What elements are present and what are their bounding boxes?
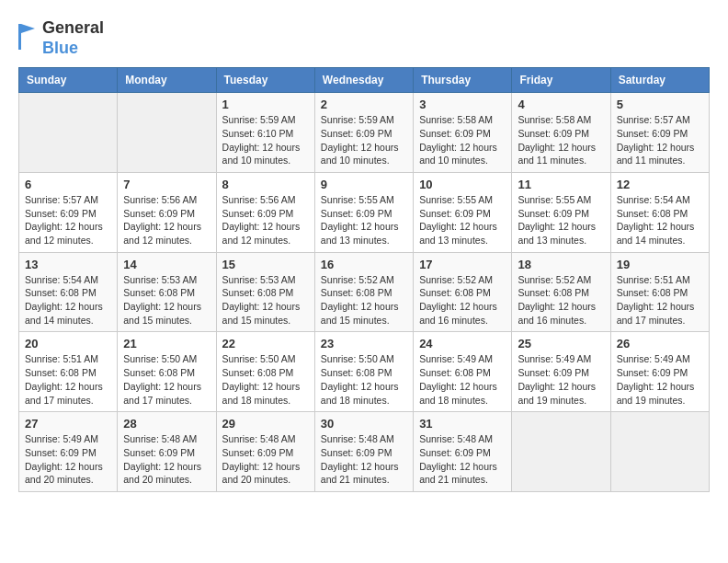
week-row-5: 27Sunrise: 5:49 AM Sunset: 6:09 PM Dayli… [19, 412, 710, 492]
calendar-cell: 17Sunrise: 5:52 AM Sunset: 6:08 PM Dayli… [414, 252, 512, 332]
calendar-cell: 7Sunrise: 5:56 AM Sunset: 6:09 PM Daylig… [118, 172, 216, 252]
day-info: Sunrise: 5:56 AM Sunset: 6:09 PM Dayligh… [222, 193, 309, 247]
day-info: Sunrise: 5:49 AM Sunset: 6:09 PM Dayligh… [518, 352, 604, 407]
day-number: 9 [321, 178, 407, 191]
weekday-header-friday: Friday [512, 68, 610, 93]
calendar-cell: 19Sunrise: 5:51 AM Sunset: 6:08 PM Dayli… [610, 252, 709, 332]
day-number: 24 [419, 337, 506, 350]
day-info: Sunrise: 5:49 AM Sunset: 6:09 PM Dayligh… [617, 352, 703, 407]
day-number: 26 [617, 337, 703, 350]
calendar-cell: 13Sunrise: 5:54 AM Sunset: 6:08 PM Dayli… [19, 252, 118, 332]
day-info: Sunrise: 5:52 AM Sunset: 6:08 PM Dayligh… [419, 273, 506, 327]
day-number: 28 [123, 417, 210, 431]
calendar-cell: 6Sunrise: 5:57 AM Sunset: 6:09 PM Daylig… [19, 172, 118, 252]
calendar-cell: 27Sunrise: 5:49 AM Sunset: 6:09 PM Dayli… [19, 412, 118, 492]
day-number: 12 [617, 178, 703, 191]
day-number: 13 [25, 258, 111, 271]
day-number: 4 [518, 98, 604, 111]
day-info: Sunrise: 5:59 AM Sunset: 6:09 PM Dayligh… [321, 113, 407, 167]
calendar-cell: 25Sunrise: 5:49 AM Sunset: 6:09 PM Dayli… [512, 332, 610, 412]
day-number: 22 [222, 337, 309, 350]
calendar-cell: 2Sunrise: 5:59 AM Sunset: 6:09 PM Daylig… [314, 93, 413, 173]
calendar-cell: 9Sunrise: 5:55 AM Sunset: 6:09 PM Daylig… [314, 172, 413, 252]
day-number: 17 [419, 258, 506, 271]
day-number: 31 [419, 417, 506, 431]
calendar-cell: 15Sunrise: 5:53 AM Sunset: 6:08 PM Dayli… [216, 252, 314, 332]
day-info: Sunrise: 5:59 AM Sunset: 6:10 PM Dayligh… [222, 113, 309, 167]
logo-container: General Blue [18, 18, 104, 58]
weekday-header-tuesday: Tuesday [216, 68, 314, 93]
day-info: Sunrise: 5:50 AM Sunset: 6:08 PM Dayligh… [222, 352, 309, 407]
day-number: 25 [518, 337, 604, 350]
calendar-cell: 11Sunrise: 5:55 AM Sunset: 6:09 PM Dayli… [512, 172, 610, 252]
weekday-header-sunday: Sunday [19, 68, 118, 93]
logo-flag-icon [18, 24, 37, 50]
day-info: Sunrise: 5:50 AM Sunset: 6:08 PM Dayligh… [321, 352, 407, 407]
day-info: Sunrise: 5:53 AM Sunset: 6:08 PM Dayligh… [123, 273, 210, 327]
day-info: Sunrise: 5:51 AM Sunset: 6:08 PM Dayligh… [25, 352, 111, 407]
day-number: 1 [222, 98, 309, 111]
calendar-cell: 28Sunrise: 5:48 AM Sunset: 6:09 PM Dayli… [118, 412, 216, 492]
day-number: 10 [419, 178, 506, 191]
calendar-cell: 16Sunrise: 5:52 AM Sunset: 6:08 PM Dayli… [314, 252, 413, 332]
day-info: Sunrise: 5:51 AM Sunset: 6:08 PM Dayligh… [617, 273, 703, 327]
day-number: 16 [321, 258, 407, 271]
day-number: 27 [25, 417, 111, 431]
logo: General Blue [18, 18, 104, 58]
day-number: 29 [222, 417, 309, 431]
calendar-cell: 21Sunrise: 5:50 AM Sunset: 6:08 PM Dayli… [118, 332, 216, 412]
calendar-cell: 24Sunrise: 5:49 AM Sunset: 6:08 PM Dayli… [414, 332, 512, 412]
weekday-header-thursday: Thursday [414, 68, 512, 93]
day-number: 8 [222, 178, 309, 191]
calendar-cell: 22Sunrise: 5:50 AM Sunset: 6:08 PM Dayli… [216, 332, 314, 412]
day-info: Sunrise: 5:48 AM Sunset: 6:09 PM Dayligh… [419, 432, 506, 487]
day-number: 6 [25, 178, 111, 191]
day-info: Sunrise: 5:48 AM Sunset: 6:09 PM Dayligh… [123, 432, 210, 487]
calendar-cell: 30Sunrise: 5:48 AM Sunset: 6:09 PM Dayli… [314, 412, 413, 492]
day-info: Sunrise: 5:52 AM Sunset: 6:08 PM Dayligh… [518, 273, 604, 327]
calendar-cell: 8Sunrise: 5:56 AM Sunset: 6:09 PM Daylig… [216, 172, 314, 252]
calendar-cell: 20Sunrise: 5:51 AM Sunset: 6:08 PM Dayli… [19, 332, 118, 412]
week-row-2: 6Sunrise: 5:57 AM Sunset: 6:09 PM Daylig… [19, 172, 710, 252]
day-info: Sunrise: 5:50 AM Sunset: 6:08 PM Dayligh… [123, 352, 210, 407]
calendar-cell: 23Sunrise: 5:50 AM Sunset: 6:08 PM Dayli… [314, 332, 413, 412]
week-row-3: 13Sunrise: 5:54 AM Sunset: 6:08 PM Dayli… [19, 252, 710, 332]
day-number: 2 [321, 98, 407, 111]
week-row-4: 20Sunrise: 5:51 AM Sunset: 6:08 PM Dayli… [19, 332, 710, 412]
weekday-header-row: SundayMondayTuesdayWednesdayThursdayFrid… [19, 68, 710, 93]
day-number: 20 [25, 337, 111, 350]
day-info: Sunrise: 5:58 AM Sunset: 6:09 PM Dayligh… [518, 113, 604, 167]
day-info: Sunrise: 5:55 AM Sunset: 6:09 PM Dayligh… [419, 193, 506, 247]
page-header: General Blue [18, 18, 710, 58]
weekday-header-saturday: Saturday [610, 68, 709, 93]
day-info: Sunrise: 5:58 AM Sunset: 6:09 PM Dayligh… [419, 113, 506, 167]
day-number: 3 [419, 98, 506, 111]
calendar-cell: 5Sunrise: 5:57 AM Sunset: 6:09 PM Daylig… [610, 93, 709, 173]
calendar-cell: 29Sunrise: 5:48 AM Sunset: 6:09 PM Dayli… [216, 412, 314, 492]
day-info: Sunrise: 5:55 AM Sunset: 6:09 PM Dayligh… [518, 193, 604, 247]
svg-marker-1 [21, 24, 35, 33]
weekday-header-monday: Monday [118, 68, 216, 93]
svg-rect-0 [18, 24, 21, 50]
logo-general: General [42, 18, 104, 39]
day-number: 21 [123, 337, 210, 350]
day-number: 23 [321, 337, 407, 350]
calendar-cell [512, 412, 610, 492]
day-info: Sunrise: 5:48 AM Sunset: 6:09 PM Dayligh… [222, 432, 309, 487]
day-info: Sunrise: 5:57 AM Sunset: 6:09 PM Dayligh… [25, 193, 111, 247]
calendar-cell: 18Sunrise: 5:52 AM Sunset: 6:08 PM Dayli… [512, 252, 610, 332]
day-info: Sunrise: 5:48 AM Sunset: 6:09 PM Dayligh… [321, 432, 407, 487]
calendar-cell: 4Sunrise: 5:58 AM Sunset: 6:09 PM Daylig… [512, 93, 610, 173]
weekday-header-wednesday: Wednesday [314, 68, 413, 93]
calendar-cell: 26Sunrise: 5:49 AM Sunset: 6:09 PM Dayli… [610, 332, 709, 412]
day-number: 5 [617, 98, 703, 111]
day-number: 11 [518, 178, 604, 191]
calendar-cell: 31Sunrise: 5:48 AM Sunset: 6:09 PM Dayli… [414, 412, 512, 492]
day-info: Sunrise: 5:49 AM Sunset: 6:09 PM Dayligh… [25, 432, 111, 487]
day-info: Sunrise: 5:55 AM Sunset: 6:09 PM Dayligh… [321, 193, 407, 247]
calendar-cell: 10Sunrise: 5:55 AM Sunset: 6:09 PM Dayli… [414, 172, 512, 252]
calendar-cell [118, 93, 216, 173]
calendar-cell [610, 412, 709, 492]
day-info: Sunrise: 5:52 AM Sunset: 6:08 PM Dayligh… [321, 273, 407, 327]
day-number: 15 [222, 258, 309, 271]
